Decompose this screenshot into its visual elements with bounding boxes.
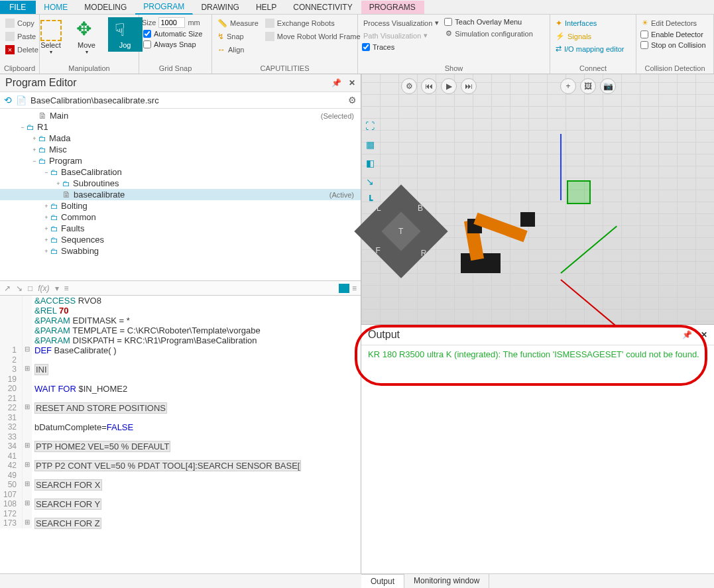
navcube-t[interactable]: T	[398, 227, 403, 236]
signals-button[interactable]: ⚡Signals	[553, 30, 627, 42]
tree-node[interactable]: +🗀Swabbing	[0, 245, 361, 257]
pin-icon[interactable]: 📌	[682, 330, 692, 339]
manipulation-group-label: Manipulation	[42, 64, 136, 74]
program-tree[interactable]: 🗎Main(Selected)−🗀R1+🗀Mada+🗀Misc−🗀Program…	[0, 109, 361, 281]
path-vis-dropdown[interactable]: Path Visualization ▾	[361, 30, 442, 41]
menu-connectivity[interactable]: CONNECTIVITY	[285, 1, 361, 14]
code-toolbar: ↗ ↘ □ f(x) ▾ ≡ ≡	[0, 281, 361, 296]
pin-icon[interactable]: 📌	[331, 78, 341, 88]
navcube-l[interactable]: L	[377, 204, 381, 213]
play-icon[interactable]: ▶	[441, 78, 457, 94]
snap-button[interactable]: ↯Snap	[215, 30, 261, 42]
tree-node[interactable]: +🗀Faults	[0, 223, 361, 234]
teach-overlay-checkbox[interactable]: Teach Overlay Menu	[443, 17, 535, 27]
camera-icon[interactable]: 📷	[600, 78, 616, 94]
select-icon	[40, 20, 62, 41]
jog-button[interactable]: ☟Jog	[108, 17, 143, 52]
breadcrumb-path[interactable]: BaseCalibration\basecalibrate.src	[30, 95, 159, 105]
stop-collision-checkbox[interactable]: Stop on Collision	[639, 40, 707, 50]
tree-node[interactable]: 🗎Main(Selected)	[0, 110, 361, 121]
image-icon[interactable]: 🖼	[580, 78, 596, 94]
jog-icon: ☟	[115, 20, 136, 41]
move-button[interactable]: ✥Move▾	[72, 17, 101, 58]
sim-config-button[interactable]: ⚙Simulation configuration	[443, 28, 535, 39]
folder-icon: 🗀	[38, 145, 46, 154]
navcube-b[interactable]: B	[418, 204, 423, 213]
rewind-icon[interactable]: ⏮	[421, 78, 437, 94]
code-editor[interactable]: &ACCESS RVO8&REL 70&PARAM EDITMASK = *&P…	[0, 296, 361, 573]
view-toolbar: ⚙ ⏮ ▶ ⏭ + 🖼 📷	[401, 78, 616, 94]
exchange-robots-button[interactable]: Exchange Robots	[263, 17, 363, 29]
file-icon: 🗎	[62, 190, 71, 200]
move-robot-frame-button[interactable]: Move Robot World Frame	[263, 30, 363, 42]
tree-node[interactable]: 🗎basecalibrate(Active)	[0, 189, 361, 200]
tree-node[interactable]: −🗀Program	[0, 155, 361, 166]
view-settings-icon[interactable]: ⚙	[401, 78, 417, 94]
toolbar-item[interactable]: □	[28, 284, 32, 293]
close-icon[interactable]: ✕	[701, 330, 707, 339]
delete-button[interactable]: ×Delete	[3, 44, 41, 56]
paste-button[interactable]: Paste	[3, 30, 41, 42]
cube-icon[interactable]: ◧	[364, 158, 376, 170]
toolbar-item[interactable]: ↗	[4, 284, 11, 293]
tree-node[interactable]: +🗀Sequences	[0, 234, 361, 245]
tab-output[interactable]: Output	[361, 574, 404, 588]
toolbar-item[interactable]: ≡	[352, 284, 357, 293]
tree-node[interactable]: +🗀Common	[0, 211, 361, 223]
menu-file[interactable]: FILE	[0, 1, 36, 14]
tree-node[interactable]: −🗀BaseCalibration	[0, 166, 361, 178]
tree-node[interactable]: +🗀Subroutines	[0, 178, 361, 189]
signals-icon: ⚡	[556, 32, 565, 40]
navcube-f[interactable]: F	[375, 246, 380, 255]
3d-viewport[interactable]: ⚙ ⏮ ▶ ⏭ + 🖼 📷 ⛶ ▦ ◧ ↘ ┗	[361, 74, 714, 325]
enable-detector-checkbox[interactable]: Enable Detector	[639, 30, 707, 39]
select-button[interactable]: Select▾	[36, 17, 66, 58]
toolbar-item[interactable]: ≡	[64, 284, 69, 293]
tree-node[interactable]: +🗀Misc	[0, 144, 361, 155]
program-editor-title: Program Editor	[5, 77, 77, 89]
menu-help[interactable]: HELP	[248, 1, 285, 14]
settings-gear-icon[interactable]: ⚙	[348, 95, 357, 105]
tree-node[interactable]: +🗀Bolting	[0, 200, 361, 211]
z-axis	[560, 134, 562, 200]
measure-button[interactable]: 📏Measure	[215, 17, 261, 29]
toolbar-item[interactable]: f(x)	[38, 284, 49, 293]
tree-node[interactable]: +🗀Mada	[0, 133, 361, 144]
expand-icon[interactable]: ⛶	[364, 121, 376, 133]
grid-size-input[interactable]	[158, 17, 185, 28]
tree-node[interactable]: −🗀R1	[0, 121, 361, 133]
step-icon[interactable]: ⏭	[461, 78, 477, 94]
selection-gizmo[interactable]	[567, 180, 591, 204]
io-mapping-button[interactable]: ⇄I/O mapping editor	[553, 43, 627, 54]
tab-monitoring[interactable]: Monitoring window	[404, 574, 489, 588]
process-vis-dropdown[interactable]: Process Visualization ▾	[361, 17, 442, 29]
folder-icon: 🗀	[50, 247, 58, 256]
navcube-r[interactable]: R	[421, 249, 427, 258]
toolbar-item[interactable]: ▾	[55, 284, 59, 293]
menu-program[interactable]: PROGRAM	[135, 0, 193, 15]
edit-detectors-button[interactable]: ☀Edit Detectors	[639, 17, 707, 29]
arrow-icon[interactable]: ↘	[364, 176, 376, 188]
layers-icon[interactable]: ▦	[364, 139, 376, 151]
folder-icon: 🗀	[50, 235, 58, 245]
copy-button[interactable]: Copy	[3, 17, 41, 29]
menu-home[interactable]: HOME	[36, 1, 76, 14]
menu-programs[interactable]: PROGRAMS	[361, 1, 424, 14]
toolbar-item[interactable]: ↘	[16, 284, 23, 293]
snapshot-icon[interactable]: +	[560, 78, 576, 94]
traces-checkbox[interactable]: Traces	[361, 42, 442, 52]
folder-icon: 🗀	[38, 156, 46, 166]
always-snap-checkbox[interactable]: Always Snap	[142, 40, 204, 49]
axis-icon[interactable]: ┗	[364, 195, 376, 207]
automatic-size-checkbox[interactable]: Automatic Size	[142, 29, 204, 38]
toolbar-box-icon[interactable]	[339, 284, 349, 293]
robot-model[interactable]	[441, 180, 554, 273]
ribbon: Copy Paste ×Delete Clipboard Select▾ ✥Mo…	[0, 15, 714, 74]
interfaces-button[interactable]: ✦Interfaces	[553, 17, 627, 29]
back-arrow-icon[interactable]: ⟲	[4, 95, 12, 105]
output-title: Output	[368, 329, 400, 341]
align-button[interactable]: ↔Align	[215, 44, 261, 56]
menu-modeling[interactable]: MODELING	[76, 1, 135, 14]
close-icon[interactable]: ✕	[349, 78, 355, 88]
menu-drawing[interactable]: DRAWING	[193, 1, 248, 14]
